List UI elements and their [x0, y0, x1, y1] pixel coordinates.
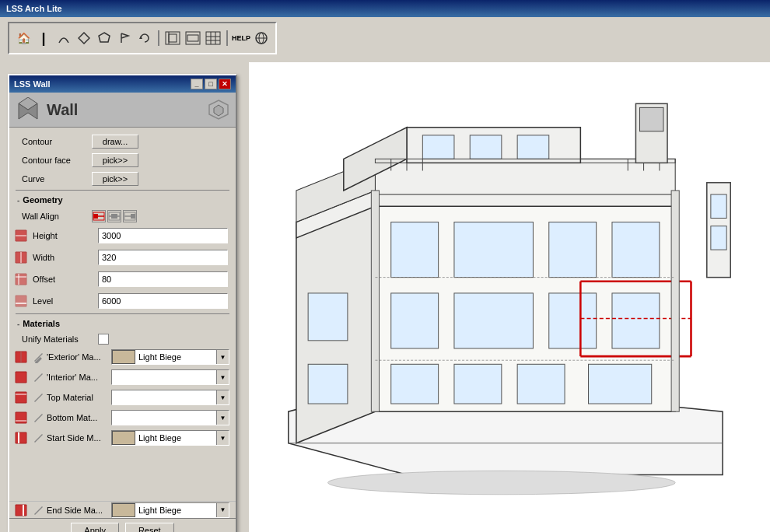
svg-rect-34 [454, 222, 534, 278]
apply-button[interactable]: Apply [71, 523, 119, 532]
svg-marker-96 [16, 412, 26, 423]
geometry-section-header: - Geometry [9, 192, 236, 208]
end-side-material-select[interactable]: Light Biege ▼ [111, 502, 229, 518]
web-icon[interactable] [252, 29, 271, 47]
svg-rect-64 [711, 226, 726, 250]
curve-label: Curve [22, 174, 92, 184]
unify-materials-checkbox[interactable] [98, 334, 109, 345]
bottom-material-select[interactable]: ▼ [111, 410, 229, 425]
arc-icon[interactable] [54, 29, 73, 47]
app-title: LSS Arch Lite [6, 4, 62, 13]
exterior-material-icon [12, 348, 30, 366]
svg-rect-55 [671, 191, 679, 411]
geometry-collapse-icon[interactable]: - [17, 196, 19, 205]
svg-marker-95 [34, 394, 43, 402]
help-icon[interactable]: HELP [232, 29, 250, 47]
end-side-material-label: End Side Ma... [47, 506, 109, 515]
height-icon [12, 227, 30, 244]
level-icon [12, 292, 30, 310]
svg-rect-29 [391, 293, 439, 348]
svg-marker-91 [16, 372, 26, 383]
level-row: Level [9, 290, 236, 312]
end-side-material-value: Light Biege [135, 506, 216, 515]
interior-material-label: 'Interior' Ma... [47, 373, 109, 382]
offset-input[interactable] [98, 271, 228, 287]
minimize-button[interactable]: _ [191, 79, 203, 89]
top-material-icon [12, 389, 30, 406]
interior-material-icon [12, 369, 30, 386]
wall-align-right-button[interactable] [123, 210, 137, 222]
height-input[interactable] [98, 228, 228, 243]
flag-icon[interactable] [115, 29, 134, 47]
svg-rect-77 [131, 214, 135, 219]
materials-collapse-icon[interactable]: - [17, 320, 19, 328]
app-titlebar: LSS Arch Lite [0, 0, 770, 17]
svg-marker-82 [16, 274, 26, 285]
svg-marker-85 [16, 296, 26, 306]
width-input[interactable] [98, 250, 228, 265]
wall-align-left-button[interactable] [92, 210, 106, 222]
level-input[interactable] [98, 293, 228, 309]
svg-marker-93 [16, 392, 26, 403]
svg-rect-6 [186, 32, 200, 44]
svg-rect-27 [517, 364, 565, 404]
svg-rect-4 [169, 34, 177, 42]
end-side-material-row: End Side Ma... Light Biege ▼ [9, 501, 236, 518]
top-dropdown-arrow[interactable]: ▼ [216, 390, 229, 404]
top-material-row: Top Material ▼ [9, 387, 236, 408]
maximize-button[interactable]: □ [205, 79, 217, 89]
diamond-icon[interactable] [75, 29, 93, 47]
pentagon-icon[interactable] [95, 29, 114, 47]
curve-pick-button[interactable]: pick>> [92, 172, 138, 186]
svg-marker-102 [16, 505, 26, 516]
wall-align-label: Wall Align [22, 212, 92, 221]
interior-dropdown-arrow[interactable]: ▼ [216, 370, 229, 384]
contour-label: Contour [22, 137, 92, 146]
geometry-section-label: Geometry [23, 195, 62, 205]
start-side-material-label: Start Side M... [47, 433, 109, 443]
close-button[interactable]: ✕ [219, 79, 231, 89]
top-material-label: Top Material [47, 393, 109, 402]
panel-header-logo [208, 99, 229, 121]
interior-material-select[interactable]: ▼ [111, 369, 229, 385]
wall-align-center-button[interactable] [107, 210, 121, 222]
end-side-dropdown-arrow[interactable]: ▼ [216, 503, 229, 517]
svg-rect-37 [308, 293, 348, 341]
reset-button[interactable]: Reset [125, 523, 174, 532]
frame2-icon[interactable] [184, 29, 202, 47]
svg-rect-31 [549, 293, 597, 348]
rotate-icon[interactable] [135, 29, 154, 47]
panel-header-left: Wall [16, 97, 78, 122]
house-icon[interactable]: 🏠 [14, 29, 33, 47]
interior-pencil-icon [32, 371, 44, 383]
panel-footer: Apply Reset [9, 518, 236, 532]
width-label: Width [33, 253, 95, 262]
start-side-dropdown-arrow[interactable]: ▼ [216, 431, 229, 445]
height-row: Height [9, 225, 236, 247]
svg-rect-40 [470, 135, 502, 159]
level-label: Level [33, 296, 95, 306]
bottom-dropdown-arrow[interactable]: ▼ [216, 411, 229, 425]
start-side-material-row: Start Side M... Light Biege ▼ [9, 428, 236, 448]
top-pencil-icon [32, 391, 44, 404]
offset-label: Offset [33, 275, 95, 284]
top-material-select[interactable]: ▼ [111, 390, 229, 405]
frame1-icon[interactable] [163, 29, 182, 47]
svg-marker-68 [214, 105, 223, 116]
wall-vertical-icon[interactable]: | [34, 29, 53, 47]
exterior-material-select[interactable]: Light Biege ▼ [111, 349, 229, 365]
svg-marker-99 [16, 432, 26, 443]
bottom-material-icon [12, 409, 30, 426]
svg-rect-36 [612, 222, 660, 278]
svg-rect-25 [391, 364, 439, 404]
svg-rect-41 [517, 135, 549, 159]
panel-header: Wall [9, 93, 236, 128]
contour-face-pick-button[interactable]: pick>> [92, 153, 138, 167]
start-side-material-select[interactable]: Light Biege ▼ [111, 430, 229, 446]
exterior-dropdown-arrow[interactable]: ▼ [216, 350, 229, 364]
contour-draw-button[interactable]: draw... [92, 135, 138, 149]
svg-rect-71 [93, 214, 98, 219]
offset-icon [12, 271, 30, 288]
grid-icon[interactable] [204, 29, 222, 47]
svg-rect-54 [371, 191, 379, 411]
